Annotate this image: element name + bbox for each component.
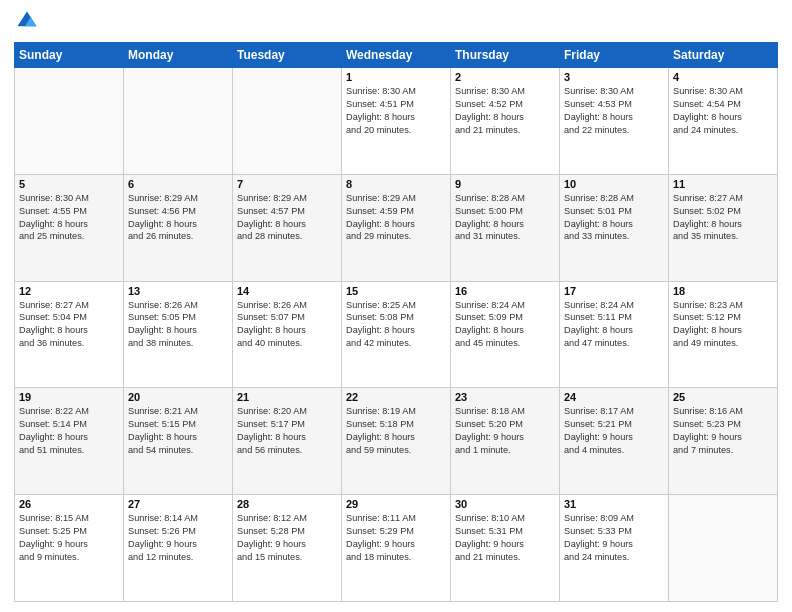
calendar-week-row: 1Sunrise: 8:30 AM Sunset: 4:51 PM Daylig… (15, 68, 778, 175)
calendar-cell: 22Sunrise: 8:19 AM Sunset: 5:18 PM Dayli… (342, 388, 451, 495)
day-info: Sunrise: 8:30 AM Sunset: 4:51 PM Dayligh… (346, 85, 446, 137)
logo-icon (16, 10, 38, 32)
day-info: Sunrise: 8:21 AM Sunset: 5:15 PM Dayligh… (128, 405, 228, 457)
day-number: 5 (19, 178, 119, 190)
day-info: Sunrise: 8:27 AM Sunset: 5:02 PM Dayligh… (673, 192, 773, 244)
calendar-cell: 2Sunrise: 8:30 AM Sunset: 4:52 PM Daylig… (451, 68, 560, 175)
day-number: 23 (455, 391, 555, 403)
day-info: Sunrise: 8:16 AM Sunset: 5:23 PM Dayligh… (673, 405, 773, 457)
calendar-cell: 23Sunrise: 8:18 AM Sunset: 5:20 PM Dayli… (451, 388, 560, 495)
page: SundayMondayTuesdayWednesdayThursdayFrid… (0, 0, 792, 612)
calendar-cell (15, 68, 124, 175)
calendar-cell: 8Sunrise: 8:29 AM Sunset: 4:59 PM Daylig… (342, 174, 451, 281)
calendar-cell: 18Sunrise: 8:23 AM Sunset: 5:12 PM Dayli… (669, 281, 778, 388)
day-number: 4 (673, 71, 773, 83)
day-number: 12 (19, 285, 119, 297)
weekday-header-thursday: Thursday (451, 43, 560, 68)
calendar-cell: 13Sunrise: 8:26 AM Sunset: 5:05 PM Dayli… (124, 281, 233, 388)
day-number: 31 (564, 498, 664, 510)
day-number: 18 (673, 285, 773, 297)
day-info: Sunrise: 8:30 AM Sunset: 4:53 PM Dayligh… (564, 85, 664, 137)
day-info: Sunrise: 8:30 AM Sunset: 4:52 PM Dayligh… (455, 85, 555, 137)
day-number: 9 (455, 178, 555, 190)
calendar-cell: 10Sunrise: 8:28 AM Sunset: 5:01 PM Dayli… (560, 174, 669, 281)
day-info: Sunrise: 8:15 AM Sunset: 5:25 PM Dayligh… (19, 512, 119, 564)
calendar-cell: 3Sunrise: 8:30 AM Sunset: 4:53 PM Daylig… (560, 68, 669, 175)
day-number: 1 (346, 71, 446, 83)
day-info: Sunrise: 8:26 AM Sunset: 5:05 PM Dayligh… (128, 299, 228, 351)
day-number: 15 (346, 285, 446, 297)
day-info: Sunrise: 8:28 AM Sunset: 5:00 PM Dayligh… (455, 192, 555, 244)
calendar-cell: 16Sunrise: 8:24 AM Sunset: 5:09 PM Dayli… (451, 281, 560, 388)
day-info: Sunrise: 8:30 AM Sunset: 4:54 PM Dayligh… (673, 85, 773, 137)
weekday-header-tuesday: Tuesday (233, 43, 342, 68)
day-number: 16 (455, 285, 555, 297)
day-info: Sunrise: 8:22 AM Sunset: 5:14 PM Dayligh… (19, 405, 119, 457)
calendar-cell: 4Sunrise: 8:30 AM Sunset: 4:54 PM Daylig… (669, 68, 778, 175)
day-number: 7 (237, 178, 337, 190)
day-info: Sunrise: 8:18 AM Sunset: 5:20 PM Dayligh… (455, 405, 555, 457)
weekday-header-monday: Monday (124, 43, 233, 68)
day-info: Sunrise: 8:19 AM Sunset: 5:18 PM Dayligh… (346, 405, 446, 457)
day-number: 6 (128, 178, 228, 190)
day-info: Sunrise: 8:24 AM Sunset: 5:09 PM Dayligh… (455, 299, 555, 351)
calendar-cell: 29Sunrise: 8:11 AM Sunset: 5:29 PM Dayli… (342, 495, 451, 602)
day-info: Sunrise: 8:10 AM Sunset: 5:31 PM Dayligh… (455, 512, 555, 564)
day-info: Sunrise: 8:14 AM Sunset: 5:26 PM Dayligh… (128, 512, 228, 564)
calendar-cell: 17Sunrise: 8:24 AM Sunset: 5:11 PM Dayli… (560, 281, 669, 388)
day-info: Sunrise: 8:11 AM Sunset: 5:29 PM Dayligh… (346, 512, 446, 564)
weekday-header-row: SundayMondayTuesdayWednesdayThursdayFrid… (15, 43, 778, 68)
calendar-cell: 20Sunrise: 8:21 AM Sunset: 5:15 PM Dayli… (124, 388, 233, 495)
day-number: 17 (564, 285, 664, 297)
calendar-cell: 27Sunrise: 8:14 AM Sunset: 5:26 PM Dayli… (124, 495, 233, 602)
day-number: 26 (19, 498, 119, 510)
day-number: 22 (346, 391, 446, 403)
day-info: Sunrise: 8:24 AM Sunset: 5:11 PM Dayligh… (564, 299, 664, 351)
calendar-week-row: 12Sunrise: 8:27 AM Sunset: 5:04 PM Dayli… (15, 281, 778, 388)
day-info: Sunrise: 8:20 AM Sunset: 5:17 PM Dayligh… (237, 405, 337, 457)
day-number: 13 (128, 285, 228, 297)
day-number: 21 (237, 391, 337, 403)
calendar-table: SundayMondayTuesdayWednesdayThursdayFrid… (14, 42, 778, 602)
day-number: 11 (673, 178, 773, 190)
day-info: Sunrise: 8:29 AM Sunset: 4:57 PM Dayligh… (237, 192, 337, 244)
calendar-cell: 30Sunrise: 8:10 AM Sunset: 5:31 PM Dayli… (451, 495, 560, 602)
calendar-cell: 26Sunrise: 8:15 AM Sunset: 5:25 PM Dayli… (15, 495, 124, 602)
day-info: Sunrise: 8:27 AM Sunset: 5:04 PM Dayligh… (19, 299, 119, 351)
weekday-header-friday: Friday (560, 43, 669, 68)
day-number: 29 (346, 498, 446, 510)
day-number: 20 (128, 391, 228, 403)
day-number: 2 (455, 71, 555, 83)
calendar-cell: 25Sunrise: 8:16 AM Sunset: 5:23 PM Dayli… (669, 388, 778, 495)
calendar-cell: 24Sunrise: 8:17 AM Sunset: 5:21 PM Dayli… (560, 388, 669, 495)
calendar-cell: 31Sunrise: 8:09 AM Sunset: 5:33 PM Dayli… (560, 495, 669, 602)
day-number: 24 (564, 391, 664, 403)
day-number: 27 (128, 498, 228, 510)
calendar-cell: 21Sunrise: 8:20 AM Sunset: 5:17 PM Dayli… (233, 388, 342, 495)
calendar-cell: 15Sunrise: 8:25 AM Sunset: 5:08 PM Dayli… (342, 281, 451, 388)
weekday-header-sunday: Sunday (15, 43, 124, 68)
calendar-cell: 9Sunrise: 8:28 AM Sunset: 5:00 PM Daylig… (451, 174, 560, 281)
calendar-cell (124, 68, 233, 175)
header (14, 10, 778, 36)
day-info: Sunrise: 8:17 AM Sunset: 5:21 PM Dayligh… (564, 405, 664, 457)
calendar-cell: 11Sunrise: 8:27 AM Sunset: 5:02 PM Dayli… (669, 174, 778, 281)
day-number: 14 (237, 285, 337, 297)
day-number: 30 (455, 498, 555, 510)
day-info: Sunrise: 8:29 AM Sunset: 4:59 PM Dayligh… (346, 192, 446, 244)
day-info: Sunrise: 8:23 AM Sunset: 5:12 PM Dayligh… (673, 299, 773, 351)
calendar-cell: 12Sunrise: 8:27 AM Sunset: 5:04 PM Dayli… (15, 281, 124, 388)
calendar-cell (233, 68, 342, 175)
calendar-cell: 28Sunrise: 8:12 AM Sunset: 5:28 PM Dayli… (233, 495, 342, 602)
day-number: 3 (564, 71, 664, 83)
day-info: Sunrise: 8:09 AM Sunset: 5:33 PM Dayligh… (564, 512, 664, 564)
day-number: 10 (564, 178, 664, 190)
calendar-week-row: 19Sunrise: 8:22 AM Sunset: 5:14 PM Dayli… (15, 388, 778, 495)
weekday-header-saturday: Saturday (669, 43, 778, 68)
day-number: 25 (673, 391, 773, 403)
day-info: Sunrise: 8:25 AM Sunset: 5:08 PM Dayligh… (346, 299, 446, 351)
day-number: 8 (346, 178, 446, 190)
calendar-cell: 5Sunrise: 8:30 AM Sunset: 4:55 PM Daylig… (15, 174, 124, 281)
weekday-header-wednesday: Wednesday (342, 43, 451, 68)
calendar-cell: 7Sunrise: 8:29 AM Sunset: 4:57 PM Daylig… (233, 174, 342, 281)
